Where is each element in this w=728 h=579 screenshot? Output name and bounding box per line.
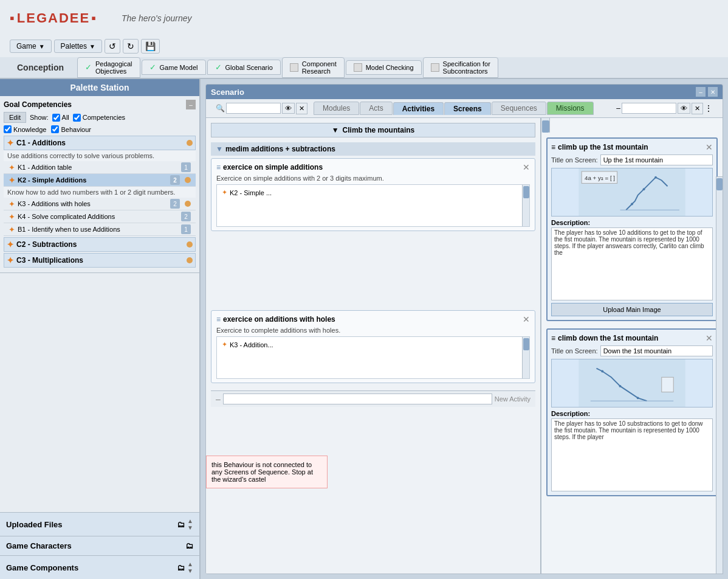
palettes-menu-button[interactable]: Palettes ▼ <box>54 40 102 53</box>
game-characters-section[interactable]: Game Characters 🗂 <box>0 536 199 555</box>
tab-pedagogical-objectives[interactable]: ✓ PedagogicalObjectives <box>77 57 140 78</box>
desc-text-1[interactable]: The player has to solve 10 additions to … <box>551 227 713 300</box>
activity-group-header-1: ▼ medim additions + subtractions <box>211 142 535 156</box>
minimize-window-button[interactable]: – <box>696 87 706 97</box>
screens-right-scrollbar[interactable] <box>716 176 723 574</box>
screen-eye-button[interactable]: 👁 <box>678 103 690 114</box>
all-checkbox-label[interactable]: All <box>52 114 69 122</box>
screen-close-button-2[interactable]: ✕ <box>706 333 713 343</box>
tab-activities[interactable]: Activities <box>393 102 444 115</box>
k3-item[interactable]: ✦ K3 - Additions with holes 2 <box>4 198 196 210</box>
tab-modules[interactable]: Modules <box>314 102 359 115</box>
svg-point-8 <box>601 370 603 373</box>
window-controls: – ✕ <box>696 87 718 97</box>
expand-dot-k2 <box>185 177 191 183</box>
activities-panel: ▼ Climb the mountains ▼ medim additions … <box>206 118 540 574</box>
knowledge-checkbox-label[interactable]: Knowledge <box>4 125 46 133</box>
behaviour-label: Behaviour <box>61 126 91 133</box>
competencies-label: Competencies <box>83 114 125 121</box>
knowledge-checkbox[interactable] <box>4 125 12 133</box>
competency-header-c3[interactable]: ✦ C3 - Multiplications <box>4 253 196 268</box>
filter-icon: ▼ <box>332 126 339 134</box>
tab-game-model[interactable]: ✓ Game Model <box>142 60 206 75</box>
tab-screens[interactable]: Screens <box>444 102 491 115</box>
svg-point-9 <box>619 385 622 387</box>
activity-group-title-1: medim additions + subtractions <box>225 145 335 153</box>
competency-header-c2[interactable]: ✦ C2 - Subtractions <box>4 237 196 252</box>
logo-icon-right: ▪ <box>91 10 97 26</box>
new-activity-label: New Activity <box>495 395 531 403</box>
screen-title-input-1[interactable] <box>600 154 713 165</box>
b1-item[interactable]: ✦ B1 - Identify when to use Additions 1 <box>4 223 196 236</box>
behaviour-checkbox[interactable] <box>51 125 59 133</box>
screen-close-button-1[interactable]: ✕ <box>706 142 713 152</box>
tab-global-scenario[interactable]: ✓ Global Scenario <box>207 60 281 75</box>
scroll-thumb-2 <box>523 338 529 350</box>
redo-button[interactable]: ↻ <box>123 39 139 54</box>
activity-icon-2: ≡ <box>216 315 221 324</box>
close-window-button[interactable]: ✕ <box>708 87 718 97</box>
activity-clear-button[interactable]: ✕ <box>296 103 307 114</box>
screen-title-input-2[interactable] <box>600 345 713 356</box>
activity-search-input[interactable] <box>226 103 281 114</box>
minimize-competencies-button[interactable]: – <box>186 100 196 109</box>
svg-point-4 <box>643 188 645 190</box>
screens-left-scrollbar[interactable] <box>541 118 550 133</box>
scroll-arrows-uploaded: ▲▼ <box>187 518 193 531</box>
behaviour-checkbox-label[interactable]: Behaviour <box>51 125 91 133</box>
screen-search-input[interactable] <box>622 103 676 114</box>
palettes-label: Palettes <box>61 42 87 50</box>
desc-text-2[interactable]: The player has to solve 10 substractions… <box>551 418 713 491</box>
screen-clear-button[interactable]: ✕ <box>692 103 703 114</box>
scroll-track-2[interactable] <box>522 337 529 378</box>
k4-item[interactable]: ✦ K4 - Solve complicated Additions 2 <box>4 210 196 223</box>
undo-button[interactable]: ↺ <box>105 39 120 54</box>
screen-image-area-2 <box>551 359 713 407</box>
competency-header-c1[interactable]: ✦ C1 - Additions <box>4 136 196 150</box>
tag-label-1: K2 - Simple ... <box>230 189 272 196</box>
competencies-title: Goal Competencies – <box>4 100 196 109</box>
save-button[interactable]: 💾 <box>141 39 160 54</box>
desc-label-1: Description: <box>551 219 713 226</box>
game-components-label: Game Components <box>6 563 78 572</box>
tab-acts[interactable]: Acts <box>360 102 392 115</box>
app-subtitle: The hero's journey <box>122 13 192 23</box>
toolbar-row: Game ▼ Palettes ▼ ↺ ↻ 💾 <box>0 36 728 57</box>
screens-inner: ≡ climb up the 1st mountain ✕ Title on S… <box>541 133 723 574</box>
k2-num: 2 <box>170 175 180 185</box>
screens-scrollbar-thumb <box>542 120 549 133</box>
scroll-track-1[interactable] <box>522 185 529 226</box>
edit-button[interactable]: Edit <box>4 112 26 123</box>
new-activity-icon[interactable]: – <box>216 394 221 404</box>
tab-component-research[interactable]: ComponentResearch <box>282 57 345 78</box>
all-checkbox[interactable] <box>52 114 60 122</box>
k2-item[interactable]: ✦ K2 - Simple Additions 2 <box>4 174 196 187</box>
uploaded-files-section[interactable]: Uploaded Files 🗂 ▲▼ <box>0 512 199 536</box>
tab-missions[interactable]: Missions <box>547 102 594 115</box>
main-area: Palette Station Goal Competencies – Edit… <box>0 79 728 579</box>
screen-card-1-header: ≡ climb up the 1st mountain ✕ <box>551 142 713 152</box>
tab-specification-subcontractors[interactable]: Specification forSubcontractors <box>423 57 498 78</box>
svg-rect-12 <box>662 377 674 392</box>
svg-point-10 <box>637 397 639 399</box>
tag-icon-1: ✦ <box>222 189 227 196</box>
k1-item[interactable]: ✦ K1 - Addition table 1 <box>4 161 196 174</box>
activity-icon-1: ≡ <box>216 163 221 172</box>
activity-close-button-2[interactable]: ✕ <box>523 314 530 324</box>
tab-model-checking[interactable]: Model Checking <box>346 60 422 75</box>
group-triangle-icon: ▼ <box>216 145 223 153</box>
game-menu-button[interactable]: Game ▼ <box>10 40 52 53</box>
warning-text: this Behaviour is not connected to any S… <box>211 461 313 483</box>
star-icon-c2: ✦ <box>7 240 14 249</box>
tab-sequences[interactable]: Sequences <box>492 102 546 115</box>
activity-eye-button[interactable]: 👁 <box>282 103 295 114</box>
game-components-section[interactable]: Game Components 🗂 ▲▼ <box>0 555 199 579</box>
new-activity-input[interactable] <box>223 394 492 404</box>
activities-header-label: Climb the mountains <box>343 126 415 134</box>
competencies-checkbox[interactable] <box>73 114 81 122</box>
upload-main-image-button-1[interactable]: Upload Main Image <box>551 303 713 316</box>
check-icon-1: ✓ <box>85 63 92 72</box>
activity-close-button-1[interactable]: ✕ <box>523 162 530 172</box>
competencies-checkbox-label[interactable]: Competencies <box>73 114 125 122</box>
k-icon-b1: ✦ <box>9 225 15 234</box>
